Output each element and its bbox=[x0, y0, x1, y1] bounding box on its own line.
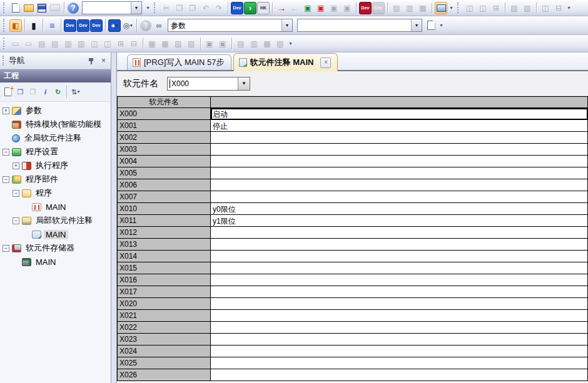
comment-cell[interactable] bbox=[211, 156, 588, 167]
device-name-cell[interactable]: X024 bbox=[117, 346, 211, 357]
refresh-view-icon[interactable]: ↻ bbox=[52, 86, 64, 98]
device-name-cell[interactable]: X016 bbox=[117, 274, 211, 286]
new-project-icon[interactable] bbox=[9, 2, 22, 14]
tree-item-label[interactable]: 局部软元件注释 bbox=[34, 215, 94, 226]
find-target-combo-dropdown-button[interactable]: ▼ bbox=[281, 19, 292, 31]
find-device-icon[interactable]: ◎▾ bbox=[121, 19, 134, 32]
tree-expander[interactable]: − bbox=[3, 245, 9, 252]
device-name-cell[interactable]: X010 bbox=[117, 203, 211, 215]
tree-item-label[interactable]: 软元件存储器 bbox=[24, 242, 76, 254]
tree-expander[interactable]: − bbox=[13, 190, 19, 197]
comment-cell[interactable] bbox=[211, 239, 588, 251]
tree-item-label[interactable]: 全局软元件注释 bbox=[23, 132, 83, 144]
device-statement-list-icon[interactable]: Dev bbox=[77, 19, 89, 32]
pin-icon[interactable] bbox=[86, 56, 96, 66]
comment-cell[interactable] bbox=[211, 334, 588, 346]
save-project-icon[interactable] bbox=[36, 2, 48, 14]
device-name-value[interactable]: X000 bbox=[170, 77, 238, 90]
device-note-list-icon[interactable]: Dev bbox=[90, 19, 103, 32]
tree-item-MAIN[interactable]: +MAIN bbox=[0, 255, 111, 269]
device-name-cell[interactable]: X014 bbox=[117, 251, 211, 262]
tree-item-程序[interactable]: −程序 bbox=[0, 186, 111, 200]
comment-cell[interactable] bbox=[211, 262, 588, 274]
device-name-cell[interactable]: X020 bbox=[117, 298, 211, 310]
device-name-cell[interactable]: X007 bbox=[117, 191, 211, 203]
device-name-cell[interactable]: X004 bbox=[117, 156, 211, 167]
open-project-icon[interactable] bbox=[23, 2, 35, 14]
toolbar-overflow-button[interactable]: ▾ bbox=[438, 17, 445, 34]
tree-item-执行程序[interactable]: +执行程序 bbox=[0, 159, 111, 172]
comment-cell[interactable] bbox=[211, 251, 588, 262]
comment-cell[interactable] bbox=[211, 310, 588, 322]
tree-item-特殊模块(智能功能模[interactable]: +特殊模块(智能功能模 bbox=[0, 117, 111, 131]
device-name-combo[interactable]: X000 ▼ bbox=[167, 77, 250, 91]
tree-item-全局软元件注释[interactable]: +全局软元件注释 bbox=[0, 131, 111, 145]
device-display-mode-icon[interactable]: ◉▾ bbox=[108, 19, 121, 32]
tree-item-参数[interactable]: +参数 bbox=[0, 104, 111, 117]
device-name-cell[interactable]: X022 bbox=[117, 322, 211, 334]
device-name-cell[interactable]: X015 bbox=[117, 262, 211, 274]
comment-cell[interactable] bbox=[211, 227, 588, 239]
device-find-icon[interactable]: Dev bbox=[231, 2, 243, 14]
sort-filter-icon[interactable]: ⇅▾ bbox=[69, 86, 81, 98]
comment-cell[interactable] bbox=[211, 322, 588, 334]
device-name-cell[interactable]: X025 bbox=[117, 357, 211, 369]
document-tab[interactable]: [PRG]写入 MAIN 57步 bbox=[127, 54, 231, 70]
quick-access-combo-value[interactable] bbox=[83, 2, 131, 14]
device-monitor-icon[interactable]: Dev bbox=[359, 2, 372, 14]
close-icon[interactable]: × bbox=[99, 56, 108, 66]
find-target-combo[interactable]: 参数▼ bbox=[168, 19, 293, 32]
tree-item-MAIN[interactable]: +MAIN bbox=[0, 227, 111, 241]
data-property-icon[interactable]: i bbox=[39, 86, 51, 98]
help-icon[interactable]: ? bbox=[68, 2, 79, 14]
tree-item-局部软元件注释[interactable]: −局部软元件注释 bbox=[0, 214, 111, 227]
comment-cell[interactable]: y1限位 bbox=[211, 215, 588, 227]
quick-access-combo-dropdown-button[interactable]: ▼ bbox=[131, 2, 141, 14]
device-name-cell[interactable]: X011 bbox=[117, 215, 211, 227]
monitor-mode-icon[interactable] bbox=[435, 2, 447, 14]
panel-grip[interactable] bbox=[3, 56, 6, 66]
comment-cell[interactable] bbox=[211, 369, 588, 381]
comment-cell[interactable] bbox=[211, 357, 588, 369]
tree-item-label[interactable]: 程序 bbox=[34, 187, 54, 199]
tree-expander[interactable]: + bbox=[3, 107, 9, 114]
device-hk-monitor-icon[interactable]: HK bbox=[257, 2, 270, 14]
write-to-plc-icon[interactable]: → bbox=[275, 2, 288, 14]
device-name-column-header[interactable]: 软元件名 bbox=[117, 96, 211, 108]
toolbar-overflow-button[interactable]: ▾ bbox=[144, 1, 151, 15]
tree-expander[interactable]: + bbox=[13, 162, 19, 169]
tab-close-button[interactable]: × bbox=[320, 57, 331, 68]
comment-cell[interactable] bbox=[211, 144, 588, 156]
comment-cell[interactable] bbox=[211, 167, 588, 179]
device-name-cell[interactable]: X003 bbox=[117, 144, 211, 156]
comment-cell[interactable]: 停止 bbox=[211, 120, 588, 132]
device-name-cell[interactable]: X006 bbox=[117, 179, 211, 191]
panel-splitter[interactable] bbox=[111, 52, 116, 383]
tree-expander[interactable]: − bbox=[13, 217, 19, 224]
device-comment-list-icon[interactable]: Dev bbox=[64, 19, 76, 32]
device-name-cell[interactable]: X017 bbox=[117, 286, 211, 298]
monitor-start-icon[interactable]: ▣ bbox=[302, 2, 314, 14]
tree-item-程序设置[interactable]: −程序设置 bbox=[0, 145, 111, 159]
find-target-combo-value[interactable]: 参数 bbox=[168, 19, 281, 31]
device-name-cell[interactable]: X012 bbox=[117, 227, 211, 239]
tree-item-label[interactable]: 参数 bbox=[24, 105, 44, 116]
combo-dropdown-button[interactable]: ▼ bbox=[238, 77, 250, 90]
device-name-cell[interactable]: X005 bbox=[117, 167, 211, 179]
cross-reference-icon[interactable]: ∞ bbox=[153, 19, 165, 32]
find-keyword-combo[interactable]: ▼ bbox=[297, 19, 422, 32]
tree-item-label[interactable]: 程序部件 bbox=[24, 174, 60, 185]
tree-item-label[interactable]: MAIN bbox=[44, 230, 68, 239]
list-view-icon[interactable]: ≡ bbox=[46, 19, 58, 32]
comment-cell[interactable] bbox=[211, 298, 588, 310]
find-keyword-combo-value[interactable] bbox=[298, 19, 411, 31]
tree-item-label[interactable]: MAIN bbox=[34, 257, 58, 267]
document-tab[interactable]: 软元件注释 MAIN× bbox=[233, 53, 338, 71]
device-name-cell[interactable]: X013 bbox=[117, 239, 211, 251]
toolbar-grip[interactable] bbox=[154, 2, 158, 13]
comment-column-header[interactable] bbox=[211, 96, 588, 108]
toolbar-overflow-button[interactable]: ▾ bbox=[448, 1, 455, 15]
tree-item-MAIN[interactable]: +MAIN bbox=[0, 200, 111, 214]
program-check-icon[interactable]: › bbox=[244, 2, 256, 14]
tree-item-label[interactable]: 特殊模块(智能功能模 bbox=[24, 119, 103, 130]
